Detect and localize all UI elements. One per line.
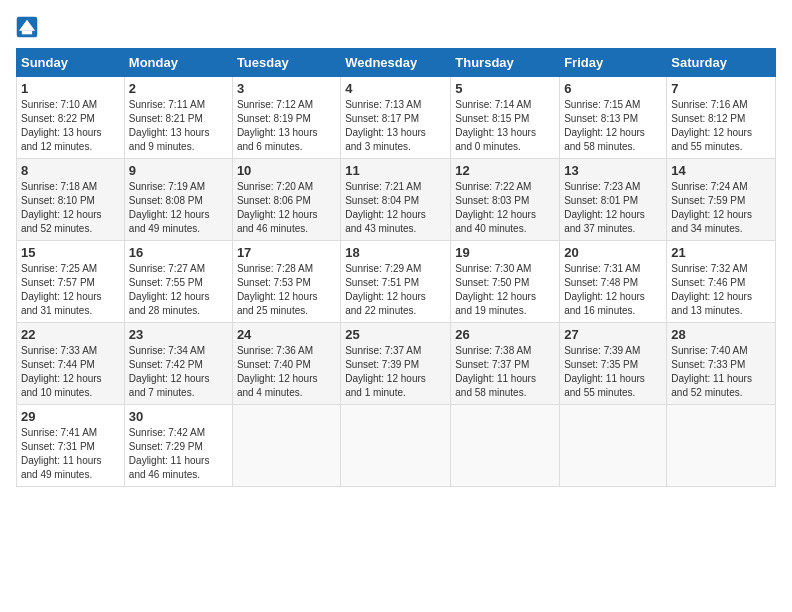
day-info: Sunrise: 7:14 AM Sunset: 8:15 PM Dayligh… bbox=[455, 98, 555, 154]
day-number: 28 bbox=[671, 327, 771, 342]
header-row: SundayMondayTuesdayWednesdayThursdayFrid… bbox=[17, 49, 776, 77]
calendar-cell: 21Sunrise: 7:32 AM Sunset: 7:46 PM Dayli… bbox=[667, 241, 776, 323]
calendar-cell: 29Sunrise: 7:41 AM Sunset: 7:31 PM Dayli… bbox=[17, 405, 125, 487]
day-number: 12 bbox=[455, 163, 555, 178]
calendar-cell: 22Sunrise: 7:33 AM Sunset: 7:44 PM Dayli… bbox=[17, 323, 125, 405]
calendar-cell: 17Sunrise: 7:28 AM Sunset: 7:53 PM Dayli… bbox=[232, 241, 340, 323]
day-info: Sunrise: 7:25 AM Sunset: 7:57 PM Dayligh… bbox=[21, 262, 120, 318]
header-sunday: Sunday bbox=[17, 49, 125, 77]
day-number: 9 bbox=[129, 163, 228, 178]
calendar-cell: 8Sunrise: 7:18 AM Sunset: 8:10 PM Daylig… bbox=[17, 159, 125, 241]
header-wednesday: Wednesday bbox=[341, 49, 451, 77]
day-info: Sunrise: 7:24 AM Sunset: 7:59 PM Dayligh… bbox=[671, 180, 771, 236]
svg-rect-2 bbox=[22, 31, 32, 35]
calendar-cell: 1Sunrise: 7:10 AM Sunset: 8:22 PM Daylig… bbox=[17, 77, 125, 159]
day-info: Sunrise: 7:27 AM Sunset: 7:55 PM Dayligh… bbox=[129, 262, 228, 318]
day-info: Sunrise: 7:32 AM Sunset: 7:46 PM Dayligh… bbox=[671, 262, 771, 318]
day-info: Sunrise: 7:23 AM Sunset: 8:01 PM Dayligh… bbox=[564, 180, 662, 236]
day-info: Sunrise: 7:28 AM Sunset: 7:53 PM Dayligh… bbox=[237, 262, 336, 318]
day-info: Sunrise: 7:11 AM Sunset: 8:21 PM Dayligh… bbox=[129, 98, 228, 154]
day-number: 19 bbox=[455, 245, 555, 260]
calendar-cell: 13Sunrise: 7:23 AM Sunset: 8:01 PM Dayli… bbox=[560, 159, 667, 241]
week-row-4: 22Sunrise: 7:33 AM Sunset: 7:44 PM Dayli… bbox=[17, 323, 776, 405]
calendar-cell: 3Sunrise: 7:12 AM Sunset: 8:19 PM Daylig… bbox=[232, 77, 340, 159]
day-number: 10 bbox=[237, 163, 336, 178]
day-number: 7 bbox=[671, 81, 771, 96]
day-number: 17 bbox=[237, 245, 336, 260]
day-info: Sunrise: 7:22 AM Sunset: 8:03 PM Dayligh… bbox=[455, 180, 555, 236]
calendar-cell: 11Sunrise: 7:21 AM Sunset: 8:04 PM Dayli… bbox=[341, 159, 451, 241]
calendar-cell: 26Sunrise: 7:38 AM Sunset: 7:37 PM Dayli… bbox=[451, 323, 560, 405]
day-info: Sunrise: 7:34 AM Sunset: 7:42 PM Dayligh… bbox=[129, 344, 228, 400]
day-number: 29 bbox=[21, 409, 120, 424]
header-friday: Friday bbox=[560, 49, 667, 77]
day-number: 15 bbox=[21, 245, 120, 260]
day-number: 4 bbox=[345, 81, 446, 96]
calendar-cell: 23Sunrise: 7:34 AM Sunset: 7:42 PM Dayli… bbox=[124, 323, 232, 405]
day-number: 21 bbox=[671, 245, 771, 260]
day-number: 23 bbox=[129, 327, 228, 342]
week-row-2: 8Sunrise: 7:18 AM Sunset: 8:10 PM Daylig… bbox=[17, 159, 776, 241]
week-row-3: 15Sunrise: 7:25 AM Sunset: 7:57 PM Dayli… bbox=[17, 241, 776, 323]
calendar-cell: 5Sunrise: 7:14 AM Sunset: 8:15 PM Daylig… bbox=[451, 77, 560, 159]
header-monday: Monday bbox=[124, 49, 232, 77]
day-number: 22 bbox=[21, 327, 120, 342]
calendar-cell: 12Sunrise: 7:22 AM Sunset: 8:03 PM Dayli… bbox=[451, 159, 560, 241]
day-info: Sunrise: 7:15 AM Sunset: 8:13 PM Dayligh… bbox=[564, 98, 662, 154]
calendar-cell: 30Sunrise: 7:42 AM Sunset: 7:29 PM Dayli… bbox=[124, 405, 232, 487]
day-info: Sunrise: 7:40 AM Sunset: 7:33 PM Dayligh… bbox=[671, 344, 771, 400]
day-number: 20 bbox=[564, 245, 662, 260]
header-saturday: Saturday bbox=[667, 49, 776, 77]
day-number: 30 bbox=[129, 409, 228, 424]
day-info: Sunrise: 7:39 AM Sunset: 7:35 PM Dayligh… bbox=[564, 344, 662, 400]
day-number: 3 bbox=[237, 81, 336, 96]
week-row-5: 29Sunrise: 7:41 AM Sunset: 7:31 PM Dayli… bbox=[17, 405, 776, 487]
logo bbox=[16, 16, 42, 38]
calendar-cell: 25Sunrise: 7:37 AM Sunset: 7:39 PM Dayli… bbox=[341, 323, 451, 405]
day-info: Sunrise: 7:42 AM Sunset: 7:29 PM Dayligh… bbox=[129, 426, 228, 482]
day-number: 1 bbox=[21, 81, 120, 96]
calendar-cell: 7Sunrise: 7:16 AM Sunset: 8:12 PM Daylig… bbox=[667, 77, 776, 159]
day-number: 18 bbox=[345, 245, 446, 260]
logo-icon bbox=[16, 16, 38, 38]
day-number: 8 bbox=[21, 163, 120, 178]
day-info: Sunrise: 7:30 AM Sunset: 7:50 PM Dayligh… bbox=[455, 262, 555, 318]
calendar-cell: 16Sunrise: 7:27 AM Sunset: 7:55 PM Dayli… bbox=[124, 241, 232, 323]
week-row-1: 1Sunrise: 7:10 AM Sunset: 8:22 PM Daylig… bbox=[17, 77, 776, 159]
day-info: Sunrise: 7:20 AM Sunset: 8:06 PM Dayligh… bbox=[237, 180, 336, 236]
calendar-cell: 28Sunrise: 7:40 AM Sunset: 7:33 PM Dayli… bbox=[667, 323, 776, 405]
day-number: 27 bbox=[564, 327, 662, 342]
day-number: 16 bbox=[129, 245, 228, 260]
day-info: Sunrise: 7:19 AM Sunset: 8:08 PM Dayligh… bbox=[129, 180, 228, 236]
calendar-cell: 20Sunrise: 7:31 AM Sunset: 7:48 PM Dayli… bbox=[560, 241, 667, 323]
calendar-cell: 15Sunrise: 7:25 AM Sunset: 7:57 PM Dayli… bbox=[17, 241, 125, 323]
calendar-cell: 18Sunrise: 7:29 AM Sunset: 7:51 PM Dayli… bbox=[341, 241, 451, 323]
calendar-cell: 2Sunrise: 7:11 AM Sunset: 8:21 PM Daylig… bbox=[124, 77, 232, 159]
day-info: Sunrise: 7:33 AM Sunset: 7:44 PM Dayligh… bbox=[21, 344, 120, 400]
day-number: 13 bbox=[564, 163, 662, 178]
day-info: Sunrise: 7:37 AM Sunset: 7:39 PM Dayligh… bbox=[345, 344, 446, 400]
calendar-cell: 14Sunrise: 7:24 AM Sunset: 7:59 PM Dayli… bbox=[667, 159, 776, 241]
calendar-cell bbox=[451, 405, 560, 487]
calendar-cell: 6Sunrise: 7:15 AM Sunset: 8:13 PM Daylig… bbox=[560, 77, 667, 159]
day-number: 2 bbox=[129, 81, 228, 96]
day-info: Sunrise: 7:13 AM Sunset: 8:17 PM Dayligh… bbox=[345, 98, 446, 154]
day-number: 25 bbox=[345, 327, 446, 342]
day-info: Sunrise: 7:12 AM Sunset: 8:19 PM Dayligh… bbox=[237, 98, 336, 154]
day-info: Sunrise: 7:29 AM Sunset: 7:51 PM Dayligh… bbox=[345, 262, 446, 318]
day-info: Sunrise: 7:16 AM Sunset: 8:12 PM Dayligh… bbox=[671, 98, 771, 154]
calendar-table: SundayMondayTuesdayWednesdayThursdayFrid… bbox=[16, 48, 776, 487]
day-info: Sunrise: 7:41 AM Sunset: 7:31 PM Dayligh… bbox=[21, 426, 120, 482]
day-info: Sunrise: 7:31 AM Sunset: 7:48 PM Dayligh… bbox=[564, 262, 662, 318]
calendar-cell: 24Sunrise: 7:36 AM Sunset: 7:40 PM Dayli… bbox=[232, 323, 340, 405]
page-header bbox=[16, 16, 776, 38]
day-number: 24 bbox=[237, 327, 336, 342]
day-info: Sunrise: 7:38 AM Sunset: 7:37 PM Dayligh… bbox=[455, 344, 555, 400]
calendar-cell: 9Sunrise: 7:19 AM Sunset: 8:08 PM Daylig… bbox=[124, 159, 232, 241]
day-info: Sunrise: 7:18 AM Sunset: 8:10 PM Dayligh… bbox=[21, 180, 120, 236]
day-info: Sunrise: 7:21 AM Sunset: 8:04 PM Dayligh… bbox=[345, 180, 446, 236]
calendar-cell bbox=[341, 405, 451, 487]
day-number: 6 bbox=[564, 81, 662, 96]
day-info: Sunrise: 7:36 AM Sunset: 7:40 PM Dayligh… bbox=[237, 344, 336, 400]
calendar-cell: 27Sunrise: 7:39 AM Sunset: 7:35 PM Dayli… bbox=[560, 323, 667, 405]
